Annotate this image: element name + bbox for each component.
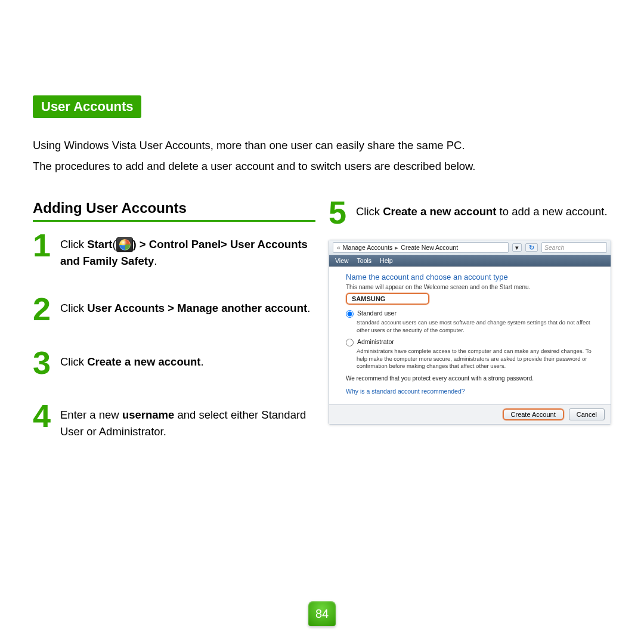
window-body: Name the account and choose an account t… — [329, 267, 611, 404]
option-standard-user[interactable]: Standard user — [346, 309, 600, 318]
vista-window-screenshot: « Manage Accounts ▸ Create New Account ▾… — [329, 240, 611, 425]
intro-block: Using Windows Vista User Accounts, more … — [33, 136, 611, 176]
left-column: Adding User Accounts 1 Click Start() > C… — [33, 200, 315, 467]
dialog-title: Name the account and choose an account t… — [346, 273, 600, 281]
step-1: 1 Click Start() > Control Panel> User Ac… — [33, 233, 315, 270]
refresh-icon[interactable]: ↻ — [525, 243, 538, 252]
t: Click — [60, 355, 87, 368]
step-number: 1 — [33, 233, 57, 258]
intro-line-1: Using Windows Vista User Accounts, more … — [33, 136, 611, 154]
step-4: 4 Enter a new username and select either… — [33, 403, 315, 440]
chevron-right-icon: ▸ — [395, 244, 398, 251]
subheading: Adding User Accounts — [33, 200, 315, 222]
t: Click — [60, 302, 87, 314]
menu-bar: View Tools Help — [329, 255, 611, 267]
recommend-text: We recommend that you protect every acco… — [346, 375, 600, 382]
radio-label: Standard user — [357, 309, 397, 318]
why-standard-link[interactable]: Why is a standard account recommended? — [346, 388, 465, 395]
step-number: 3 — [33, 350, 57, 376]
step-3: 3 Click Create a new account. — [33, 350, 315, 376]
addr-dropdown-icon[interactable]: ▾ — [512, 243, 522, 252]
t: username — [122, 408, 174, 421]
cancel-button[interactable]: Cancel — [569, 408, 605, 420]
step-text: Click Create a new account. — [60, 350, 204, 370]
menu-help[interactable]: Help — [380, 257, 393, 264]
t: Start — [87, 238, 112, 250]
button-bar: Create Account Cancel — [329, 404, 611, 424]
step-5: 5 Click Create a new account to add a ne… — [329, 200, 611, 225]
t: to add a new account. — [496, 205, 607, 218]
step-text: Click Start() > Control Panel> User Acco… — [60, 233, 315, 270]
t: . — [200, 355, 203, 368]
admin-desc: Administrators have complete access to t… — [357, 348, 600, 370]
section-title-badge: User Accounts — [33, 95, 141, 118]
right-column: 5 Click Create a new account to add a ne… — [329, 200, 611, 467]
t: Click — [356, 205, 383, 218]
standard-desc: Standard account users can use most soft… — [357, 319, 600, 335]
menu-tools[interactable]: Tools — [357, 257, 372, 264]
t: Enter a new — [60, 408, 122, 421]
step-text: Enter a new username and select either S… — [60, 403, 315, 440]
t: User Accounts > Manage another account — [87, 302, 307, 314]
step-2: 2 Click User Accounts > Manage another a… — [33, 296, 315, 322]
menu-view[interactable]: View — [335, 257, 349, 264]
t: Create a new account — [87, 355, 200, 368]
step-text: Click Create a new account to add a new … — [356, 200, 608, 220]
page-number-badge: 84 — [308, 601, 336, 626]
account-name-input[interactable]: SAMSUNG — [346, 293, 429, 305]
t: Click — [60, 238, 87, 250]
option-administrator[interactable]: Administrator — [346, 338, 600, 346]
step-text: Click User Accounts > Manage another acc… — [60, 296, 310, 317]
search-input[interactable]: Search — [541, 242, 607, 253]
step-number: 5 — [329, 200, 352, 225]
t: Create a new account — [383, 205, 496, 218]
breadcrumb[interactable]: « Manage Accounts ▸ Create New Account — [333, 242, 509, 253]
create-account-button[interactable]: Create Account — [503, 408, 564, 420]
crumb-a[interactable]: Manage Accounts — [343, 244, 392, 251]
radio-label: Administrator — [357, 338, 394, 346]
back-icon[interactable]: « — [337, 244, 340, 251]
windows-start-orb-icon — [116, 237, 133, 252]
dialog-subtitle: This name will appear on the Welcome scr… — [346, 284, 600, 290]
radio-admin[interactable] — [346, 339, 354, 346]
crumb-b[interactable]: Create New Account — [401, 244, 458, 251]
address-bar: « Manage Accounts ▸ Create New Account ▾… — [329, 240, 611, 255]
t: . — [307, 302, 310, 314]
intro-line-2: The procedures to add and delete a user … — [33, 157, 611, 175]
t: ( — [112, 238, 116, 250]
step-number: 4 — [33, 403, 57, 429]
step-number: 2 — [33, 296, 57, 322]
radio-standard[interactable] — [346, 310, 354, 318]
t: . — [154, 255, 157, 267]
